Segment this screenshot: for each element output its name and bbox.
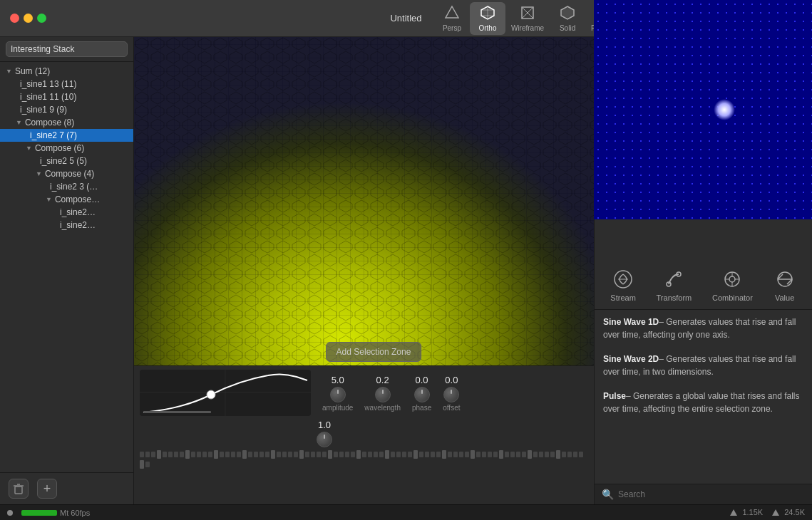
timeline-tick	[550, 452, 555, 457]
amplitude-value: 5.0	[332, 375, 344, 385]
node-icon-stream[interactable]: Stream	[605, 265, 641, 305]
timeline-tick	[471, 450, 475, 459]
timeline-tick	[436, 452, 441, 457]
timeline-tick	[448, 452, 452, 457]
search-input[interactable]	[618, 489, 805, 499]
timeline-tick	[140, 452, 144, 457]
sine-wave-1d-dash: –	[659, 317, 664, 327]
tree-item-sum[interactable]: ▼ Sum (12)	[0, 65, 133, 78]
combinator-label: Combinator	[712, 293, 753, 302]
toolbar-btn-solid[interactable]: Solid	[550, 2, 585, 35]
timeline-tick	[191, 452, 195, 457]
node-icon-transform[interactable]: Transform	[651, 265, 698, 305]
params-row: 5.0 amplitude 0.2 wavelength 0.0 phase	[317, 375, 466, 412]
fabric-dot-pattern	[594, 0, 812, 219]
polycount-value: 24.5K	[771, 508, 805, 517]
node-icon-value[interactable]: Value	[768, 265, 802, 305]
right-panel: Stream Transform	[594, 37, 812, 504]
extra-params-row: 1.0	[134, 420, 594, 447]
add-node-button[interactable]: +	[37, 479, 57, 499]
tree-item-i-sine2-5[interactable]: i_sine2 5 (5)	[0, 155, 133, 167]
center-area: Add Selection Zone	[134, 37, 594, 504]
timeline-tick	[259, 452, 264, 457]
app-title: Untitled	[390, 13, 421, 24]
phase-knob[interactable]	[414, 387, 430, 402]
tree-item-compose-8[interactable]: ▼ Compose (8)	[0, 116, 133, 129]
tree-item-compose-6[interactable]: ▼ Compose (6)	[0, 142, 133, 155]
offset-value: 0.0	[445, 375, 458, 385]
offset-knob[interactable]	[443, 387, 459, 402]
tree-item-i-sine1-9[interactable]: i_sine1 9 (9)	[0, 103, 133, 116]
timeline-tick	[379, 452, 384, 457]
tree-item-i-sine2-b[interactable]: i_sine2…	[0, 219, 133, 232]
timeline-tick	[562, 452, 566, 457]
node-tree: ▼ Sum (12) i_sine1 13 (11) i_sine1 11 (1…	[0, 62, 133, 472]
main-layout: Interesting Stack ▼ Sum (12) i_sine1 13 …	[0, 37, 812, 504]
timeline-tick	[288, 452, 292, 457]
stream-label: Stream	[610, 293, 635, 302]
tree-item-compose-4[interactable]: ▼ Compose (4)	[0, 167, 133, 180]
maximize-button[interactable]	[37, 14, 46, 23]
timeline-tick	[328, 450, 332, 459]
param-phase: 0.0 phase	[412, 375, 431, 412]
sine-wave-2d-title: Sine Wave 2D	[603, 354, 659, 364]
sine-wave-1d-description: Sine Wave 1D– Generates values that rise…	[603, 316, 803, 341]
timeline-tick	[317, 452, 321, 457]
svg-line-5	[528, 13, 533, 19]
solid-icon	[560, 5, 575, 23]
timeline-tick	[567, 452, 572, 457]
wavelength-label: wavelength	[364, 404, 401, 412]
tree-item-i-sine2-3[interactable]: i_sine2 3 (…	[0, 180, 133, 193]
stream-icon	[612, 268, 634, 291]
timeline-tick	[248, 452, 252, 457]
toolbar-btn-wireframe[interactable]: Wireframe	[505, 2, 550, 35]
timeline-tick	[391, 452, 395, 457]
close-button[interactable]	[10, 14, 19, 23]
timeline-tick	[145, 462, 150, 467]
timeline-tick	[510, 452, 515, 457]
timeline-tick	[334, 452, 338, 457]
timeline-tick	[465, 452, 469, 457]
wavelength-value: 0.2	[376, 375, 389, 385]
timeline-tick	[453, 452, 458, 457]
toolbar-btn-persp[interactable]: Persp	[434, 2, 470, 35]
phase-label: phase	[412, 404, 431, 412]
tree-item-i-sine2-7[interactable]: i_sine2 7 (7)	[0, 129, 133, 142]
svg-marker-38	[730, 509, 737, 516]
timeline-tick	[459, 452, 463, 457]
timeline-tick	[385, 450, 389, 459]
pulse-dash: –	[626, 391, 631, 401]
timeline-tick	[419, 452, 423, 457]
window-controls	[0, 14, 46, 23]
add-selection-zone-button[interactable]: Add Selection Zone	[326, 342, 422, 362]
extra-knob[interactable]	[317, 432, 332, 447]
minimize-button[interactable]	[24, 14, 33, 23]
tree-item-i-sine2-a[interactable]: i_sine2…	[0, 206, 133, 219]
timeline-tick	[488, 452, 492, 457]
timeline-tick	[442, 450, 446, 459]
timeline-tick	[220, 452, 224, 457]
status-indicator	[7, 510, 13, 516]
node-icon-combinator[interactable]: Combinator	[706, 265, 759, 305]
combinator-icon	[721, 268, 744, 291]
curve-editor[interactable]	[140, 370, 311, 416]
timeline-tick	[505, 452, 509, 457]
amplitude-knob[interactable]	[330, 387, 346, 402]
sidebar-footer: +	[0, 472, 133, 504]
wavelength-knob[interactable]	[375, 387, 391, 402]
tree-item-i-sine1-11[interactable]: i_sine1 11 (10)	[0, 90, 133, 103]
toolbar-btn-ortho[interactable]: Ortho	[470, 2, 505, 35]
trash-button[interactable]	[9, 479, 29, 499]
stack-selector[interactable]: Interesting Stack	[6, 41, 128, 57]
param-amplitude: 5.0 amplitude	[322, 375, 353, 412]
timeline-tick	[493, 452, 498, 457]
timeline-tick	[225, 452, 230, 457]
timeline-tick	[356, 450, 361, 459]
timeline-tick	[168, 452, 173, 457]
tree-item-i-sine1-13[interactable]: i_sine1 13 (11)	[0, 78, 133, 90]
ortho-icon	[480, 5, 495, 23]
collapse-icon: ▼	[16, 119, 22, 126]
collapse-icon: ▼	[46, 196, 52, 203]
timeline[interactable]: (function(){ const row = document.getEle…	[134, 447, 594, 469]
tree-item-compose-dots[interactable]: ▼ Compose…	[0, 193, 133, 206]
